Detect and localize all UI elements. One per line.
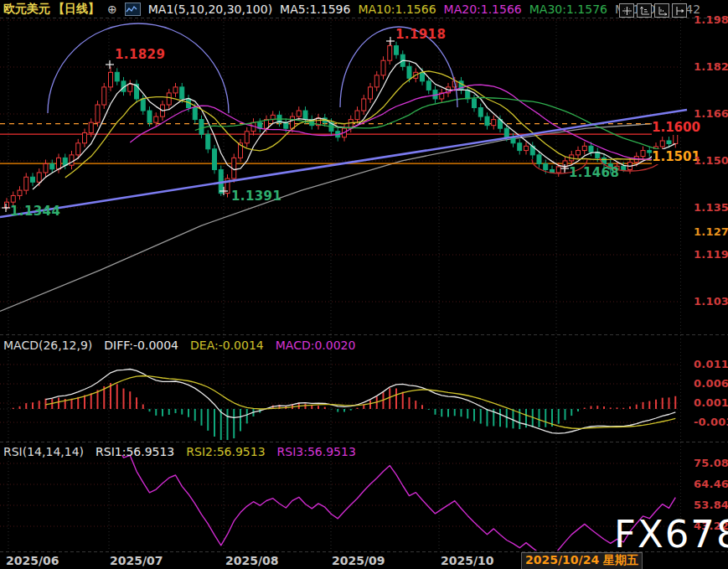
chart-canvas[interactable] [0, 0, 728, 569]
rsi-panel-header: RSI(14,14,14) RSI1:56.9513 RSI2:56.9513 … [3, 445, 356, 458]
ma30-value: MA30:1.1576 [529, 3, 607, 16]
timeframe-label: 【日线】 [53, 2, 100, 17]
macd-dea-value: DEA:-0.0014 [190, 339, 264, 352]
y-axis-scale-icon[interactable] [637, 3, 652, 18]
chart-application-window: 欧元美元 【日线】 ⊕ MA1(5,10,20,30,100) MA5:1.15… [0, 0, 728, 569]
macd-panel-header: MACD(26,12,9) DIFF:-0.0004 DEA:-0.0014 M… [3, 339, 355, 352]
macd-diff-value: DIFF:-0.0004 [104, 339, 178, 352]
ma10-value: MA10:1.1566 [358, 3, 436, 16]
watermark: FX678 [614, 512, 728, 556]
chart-toolbar [619, 3, 687, 18]
rsi2-value: RSI2:56.9513 [186, 445, 265, 458]
ma20-value: MA20:1.1566 [444, 3, 522, 16]
expand-icon[interactable]: ⊕ [107, 3, 117, 16]
ma-settings-label: MA1(5,10,20,30,100) [148, 3, 272, 16]
macd-title: MACD(26,12,9) [3, 339, 92, 352]
symbol-name: 欧元美元 [3, 2, 50, 17]
rsi-title: RSI(14,14,14) [3, 445, 84, 458]
ma5-value: MA5:1.1596 [280, 3, 350, 16]
x-axis-scale-icon[interactable] [654, 3, 669, 18]
macd-hist-value: MACD:0.0020 [276, 339, 356, 352]
chart-header: 欧元美元 【日线】 ⊕ MA1(5,10,20,30,100) MA5:1.15… [3, 2, 700, 17]
rsi1-value: RSI1:56.9513 [96, 445, 174, 458]
move-crosshair-icon[interactable] [619, 3, 634, 18]
rsi3-value: RSI3:56.9513 [277, 445, 356, 458]
shift-right-icon[interactable] [672, 3, 687, 18]
chart-type-icon[interactable] [125, 3, 141, 16]
